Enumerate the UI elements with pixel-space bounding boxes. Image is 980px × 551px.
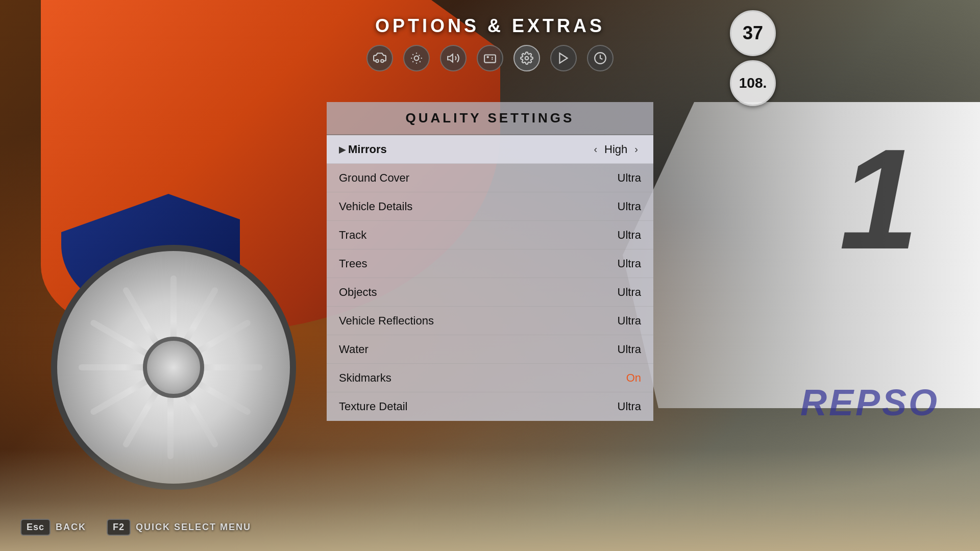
- setting-row-ground-cover[interactable]: Ground Cover Ultra: [327, 164, 653, 192]
- setting-label: Water: [339, 343, 618, 356]
- setting-row-vehicle-details[interactable]: Vehicle Details Ultra: [327, 192, 653, 221]
- setting-label: Vehicle Details: [339, 200, 618, 213]
- plate-37: 37: [730, 10, 776, 56]
- bottom-bar: Esc BACK F2 QUICK SELECT MENU: [20, 519, 251, 536]
- setting-value: Ultra: [618, 286, 641, 299]
- back-button[interactable]: Esc BACK: [20, 519, 86, 536]
- setting-value: Ultra: [618, 343, 641, 356]
- quality-settings-panel: QUALITY SETTINGS ▶ Mirrors ‹ High › Grou…: [327, 102, 653, 421]
- svg-marker-6: [559, 53, 567, 63]
- dust-effect: [0, 449, 980, 551]
- setting-row-track[interactable]: Track Ultra: [327, 221, 653, 249]
- setting-label: Texture Detail: [339, 400, 618, 413]
- svg-marker-3: [448, 54, 453, 62]
- setting-row-water[interactable]: Water Ultra: [327, 335, 653, 364]
- car-number-1: 1: [839, 128, 919, 270]
- quick-select-button[interactable]: F2 QUICK SELECT MENU: [107, 519, 251, 536]
- nav-icon-graphics[interactable]: [513, 45, 540, 71]
- panel-body: ▶ Mirrors ‹ High › Ground Cover Ultra Ve…: [327, 135, 653, 421]
- nav-icon-controls[interactable]: [477, 45, 503, 71]
- selected-arrow: ▶: [339, 144, 346, 155]
- nav-icon-bar: [366, 45, 614, 71]
- setting-label: Mirrors: [348, 143, 591, 156]
- nav-icon-car[interactable]: [366, 45, 393, 71]
- back-label: BACK: [56, 522, 86, 533]
- svg-rect-4: [484, 55, 496, 63]
- svg-point-0: [376, 60, 378, 62]
- number-plates: 37 108.: [730, 10, 776, 106]
- setting-label: Track: [339, 229, 618, 242]
- setting-row-objects[interactable]: Objects Ultra: [327, 278, 653, 307]
- setting-value: Ultra: [618, 400, 641, 413]
- setting-row-trees[interactable]: Trees Ultra: [327, 249, 653, 278]
- wheel-hub: [143, 337, 204, 398]
- setting-value: Ultra: [618, 200, 641, 213]
- svg-point-5: [525, 57, 529, 60]
- setting-row-texture-detail[interactable]: Texture Detail Ultra: [327, 392, 653, 421]
- panel-header: QUALITY SETTINGS: [327, 102, 653, 135]
- setting-row-mirrors[interactable]: ▶ Mirrors ‹ High ›: [327, 135, 653, 164]
- setting-row-skidmarks[interactable]: Skidmarks On: [327, 364, 653, 392]
- setting-value: High: [604, 143, 627, 156]
- nav-icon-hud[interactable]: [587, 45, 614, 71]
- plate-108: 108.: [730, 60, 776, 106]
- nav-icon-audio[interactable]: [440, 45, 467, 71]
- setting-label: Objects: [339, 286, 618, 299]
- setting-label: Vehicle Reflections: [339, 314, 618, 328]
- setting-label: Ground Cover: [339, 171, 618, 185]
- setting-value: Ultra: [618, 229, 641, 242]
- nav-icon-display[interactable]: [403, 45, 430, 71]
- panel-title: QUALITY SETTINGS: [342, 110, 638, 126]
- setting-value: Ultra: [618, 171, 641, 185]
- car-right: [623, 102, 980, 408]
- value-arrows[interactable]: ‹ High ›: [591, 142, 641, 156]
- svg-point-2: [414, 56, 419, 61]
- top-navigation: OPTIONS & EXTRAS: [366, 15, 614, 71]
- repsol-text: REPSO: [800, 382, 939, 423]
- setting-row-vehicle-reflections[interactable]: Vehicle Reflections Ultra: [327, 307, 653, 335]
- nav-icon-network[interactable]: [550, 45, 577, 71]
- setting-value: Ultra: [618, 314, 641, 328]
- page-title: OPTIONS & EXTRAS: [375, 15, 605, 37]
- arrow-left[interactable]: ‹: [591, 142, 600, 156]
- setting-value: On: [626, 371, 641, 385]
- setting-value: Ultra: [618, 257, 641, 270]
- esc-key: Esc: [20, 519, 51, 536]
- arrow-right[interactable]: ›: [631, 142, 641, 156]
- svg-point-1: [381, 60, 383, 62]
- f2-key: F2: [107, 519, 131, 536]
- setting-label: Trees: [339, 257, 618, 270]
- quick-select-label: QUICK SELECT MENU: [136, 522, 251, 533]
- setting-label: Skidmarks: [339, 371, 626, 385]
